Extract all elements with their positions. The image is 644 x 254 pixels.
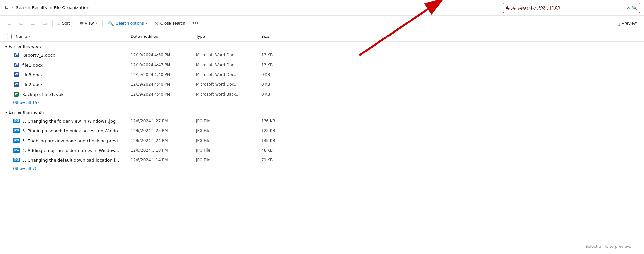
group-header-earlier-this-week[interactable]: ▾Earlier this week xyxy=(0,42,572,50)
file-name-cell: JPG 7. Changing the folder view in Windo… xyxy=(5,118,129,124)
file-name: 3. Changing the default download locatio… xyxy=(22,158,119,163)
delete-icon: ▭ xyxy=(42,21,47,26)
page-title: Search Results in File Organization xyxy=(16,5,89,10)
rename-button[interactable]: ▭ xyxy=(16,19,27,28)
preview-panel: Select a file to preview. xyxy=(572,42,644,254)
preview-label: Preview xyxy=(622,21,637,26)
file-icon: JPG xyxy=(13,147,20,154)
group-label: Earlier this month xyxy=(9,110,44,115)
show-all-earlier-this-week[interactable]: (Show all 15) xyxy=(0,99,572,108)
file-date: 12/6/2024 1:27 PM xyxy=(129,119,195,123)
col-type-label: Type xyxy=(196,34,205,39)
file-date: 12/6/2024 1:24 PM xyxy=(129,138,195,143)
file-name: 4. Adding emojis in folder names in Wind… xyxy=(22,148,119,153)
file-name-cell: JPG 4. Adding emojis in folder names in … xyxy=(5,147,129,154)
col-header-name[interactable]: Name ▾ xyxy=(5,34,129,39)
more-options-button[interactable]: ••• xyxy=(189,18,202,29)
file-size: 0 KB xyxy=(260,82,293,87)
file-name-cell: W Reportv_2.docx xyxy=(5,52,129,58)
file-size: 13 KB xyxy=(260,63,293,67)
file-type: JPG File xyxy=(195,148,260,153)
file-icon: W xyxy=(13,91,20,97)
file-icon: W xyxy=(13,81,20,88)
group-label: Earlier this week xyxy=(9,44,41,49)
file-date: 12/6/2024 1:18 PM xyxy=(129,148,195,153)
file-name-cell: W file3.docx xyxy=(5,71,129,78)
file-size: 123 KB xyxy=(260,128,293,133)
show-all-earlier-this-month[interactable]: (Show all 7) xyxy=(0,165,572,173)
table-row[interactable]: W Reportv_2.docx 12/19/2024 4:50 PM Micr… xyxy=(0,50,572,60)
file-type: Microsoft Word Doc... xyxy=(195,72,260,77)
share-icon: ▭ xyxy=(31,21,35,26)
share-button[interactable]: ▭ xyxy=(27,19,39,28)
file-date: 12/19/2024 4:40 PM xyxy=(129,72,195,77)
sort-label: Sort xyxy=(62,21,70,26)
file-type: JPG File xyxy=(195,128,260,133)
file-size: 0 KB xyxy=(260,72,293,77)
file-size: 13 KB xyxy=(260,53,293,57)
col-header-date[interactable]: Date modified xyxy=(129,34,195,39)
col-name-label: Name xyxy=(16,34,27,39)
col-header-size[interactable]: Size xyxy=(260,34,293,39)
search-input[interactable] xyxy=(506,5,626,10)
search-clear-button[interactable]: ✕ xyxy=(626,5,630,10)
copy-button[interactable]: ▭ xyxy=(4,19,15,28)
file-name: Backup of file1.wbk xyxy=(22,92,64,97)
file-date: 12/19/2024 4:40 PM xyxy=(129,92,195,97)
file-name-cell: W file1.docx xyxy=(5,62,129,68)
search-options-chevron-icon: ▾ xyxy=(146,22,147,25)
table-row[interactable]: JPG 7. Changing the folder view in Windo… xyxy=(0,116,572,126)
search-options-label: Search options xyxy=(116,21,144,26)
col-header-type[interactable]: Type xyxy=(195,34,260,39)
column-headers: Name ▾ Date modified Type Size xyxy=(0,31,644,42)
file-name: file1.docx xyxy=(22,63,43,67)
file-name-cell: JPG 3. Changing the default download loc… xyxy=(5,157,129,163)
table-row[interactable]: JPG 5. Enabling preview pane and checkin… xyxy=(0,136,572,145)
col-date-label: Date modified xyxy=(131,34,158,39)
file-name: 7. Changing the folder view in Windows..… xyxy=(22,119,116,124)
view-label: View xyxy=(85,21,94,26)
file-name: file2.docx xyxy=(22,82,43,87)
file-size: 136 KB xyxy=(260,119,293,123)
separator-1 xyxy=(52,20,53,27)
view-button[interactable]: ≡ View ▾ xyxy=(77,19,100,28)
table-row[interactable]: W file2.docx 12/19/2024 4:40 PM Microsof… xyxy=(0,80,572,89)
table-row[interactable]: W file1.docx 12/19/2024 4:47 PM Microsof… xyxy=(0,60,572,70)
close-search-button[interactable]: ✕ Close search xyxy=(151,19,188,28)
file-type: Microsoft Word Doc... xyxy=(195,82,260,87)
preview-button[interactable]: ⬚ Preview xyxy=(612,19,640,28)
search-options-icon: 🔍 xyxy=(108,21,114,26)
table-row[interactable]: W Backup of file1.wbk 12/19/2024 4:40 PM… xyxy=(0,89,572,99)
search-options-button[interactable]: 🔍 Search options ▾ xyxy=(105,19,151,28)
file-type: Microsoft Word Back... xyxy=(195,92,260,97)
select-all-checkbox[interactable] xyxy=(7,34,12,39)
toolbar-left: ▭ ▭ ▭ ▭ ↕ Sort ▾ ≡ View ▾ 🔍 Search optio… xyxy=(4,18,202,29)
table-row[interactable]: JPG 4. Adding emojis in folder names in … xyxy=(0,145,572,155)
toolbar-right: ⬚ Preview xyxy=(612,19,640,28)
sort-button[interactable]: ↕ Sort ▾ xyxy=(55,19,76,28)
preview-icon: ⬚ xyxy=(615,21,620,26)
search-box[interactable]: ✕ 🔍 xyxy=(503,3,640,13)
group-chevron-icon: ▾ xyxy=(5,45,7,49)
table-row[interactable]: JPG 3. Changing the default download loc… xyxy=(0,155,572,165)
file-type: Microsoft Word Doc... xyxy=(195,63,260,67)
search-icon[interactable]: 🔍 xyxy=(632,5,637,10)
file-date: 12/6/2024 1:25 PM xyxy=(129,128,195,133)
monitor-icon: 🖥 xyxy=(4,5,9,11)
file-size: 145 KB xyxy=(260,138,293,143)
file-date: 12/19/2024 4:50 PM xyxy=(129,53,195,57)
file-size: 0 KB xyxy=(260,92,293,97)
file-name-cell: W Backup of file1.wbk xyxy=(5,91,129,97)
table-row[interactable]: JPG 6. Pinning a search to quick access … xyxy=(0,126,572,136)
group-chevron-icon: ▾ xyxy=(5,111,7,114)
separator-2 xyxy=(102,20,103,27)
file-name-cell: JPG 5. Enabling preview pane and checkin… xyxy=(5,137,129,144)
sort-icon: ↕ xyxy=(58,21,60,26)
table-row[interactable]: W file3.docx 12/19/2024 4:40 PM Microsof… xyxy=(0,70,572,80)
file-type: JPG File xyxy=(195,158,260,162)
delete-button[interactable]: ▭ xyxy=(39,19,50,28)
file-date: 12/6/2024 1:14 PM xyxy=(129,158,195,162)
file-type: Microsoft Word Doc... xyxy=(195,53,260,57)
group-header-earlier-this-month[interactable]: ▾Earlier this month xyxy=(0,108,572,116)
col-size-label: Size xyxy=(261,34,269,39)
